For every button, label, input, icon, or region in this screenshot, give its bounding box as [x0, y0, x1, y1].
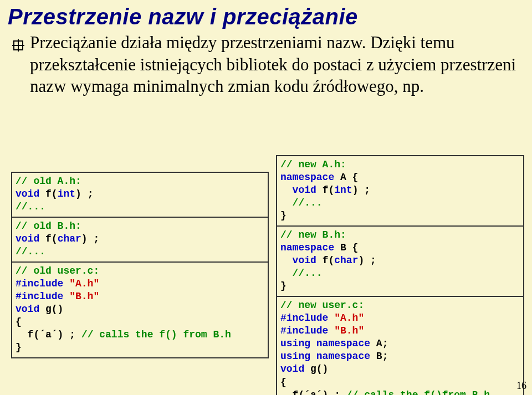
bullet-row: Przeciążanie działa między przestrzeniam…: [0, 29, 532, 98]
code-line: namespace B {: [280, 242, 520, 254]
code-line: //...: [280, 197, 520, 209]
code-box-new-user: // new user.c: #include "A.h" #include "…: [276, 296, 524, 395]
slide-title: Przestrzenie nazw i przeciążanie: [0, 0, 532, 29]
code-box-new-a: // new A.h: namespace A { void f(int) ; …: [276, 155, 524, 227]
code-line: using namespace B;: [280, 350, 520, 363]
code-line: #include "A.h": [16, 278, 264, 290]
code-line: #include "B.h": [280, 325, 520, 337]
page-number: 16: [516, 380, 526, 392]
code-line: #include "A.h": [280, 312, 520, 325]
code-column-right: // new A.h: namespace A { void f(int) ; …: [276, 155, 524, 395]
code-line: {: [16, 316, 264, 329]
code-line: namespace A {: [280, 171, 520, 184]
code-box-old-b: // old B.h: void f(char) ; //...: [11, 217, 269, 263]
code-line: // old B.h:: [16, 220, 264, 233]
code-line: void g(): [280, 363, 520, 376]
code-line: void f(char) ;: [280, 254, 520, 267]
code-line: //...: [280, 267, 520, 280]
code-line: }: [280, 280, 520, 293]
code-column-left: // old A.h: void f(int) ; //... // old B…: [11, 172, 269, 357]
code-line: }: [16, 341, 264, 354]
body-text: Przeciążanie działa między przestrzeniam…: [30, 32, 532, 98]
code-line: #include "B.h": [16, 290, 264, 303]
code-line: void g(): [16, 303, 264, 316]
code-line: f(´a´) ; // calls the f() from B.h: [16, 329, 264, 341]
code-line: void f(int) ;: [280, 184, 520, 197]
code-line: //...: [16, 201, 264, 213]
code-box-old-user: // old user.c: #include "A.h" #include "…: [11, 261, 269, 358]
code-line: // new A.h:: [280, 158, 520, 171]
code-line: // new user.c:: [280, 299, 520, 312]
code-line: // new B.h:: [280, 229, 520, 242]
code-line: using namespace A;: [280, 337, 520, 350]
code-line: }: [280, 209, 520, 222]
code-line: //...: [16, 245, 264, 258]
code-box-new-b: // new B.h: namespace B { void f(char) ;…: [276, 225, 524, 297]
code-line: // old A.h:: [16, 175, 264, 188]
code-box-old-a: // old A.h: void f(int) ; //...: [11, 172, 269, 218]
code-line: {: [280, 376, 520, 389]
code-line: // old user.c:: [16, 265, 264, 278]
code-line: void f(char) ;: [16, 233, 264, 245]
bullet-icon: [12, 39, 24, 54]
code-line: void f(int) ;: [16, 188, 264, 201]
code-line: f(´a´) ; // calls the f()from B.h: [280, 389, 520, 395]
